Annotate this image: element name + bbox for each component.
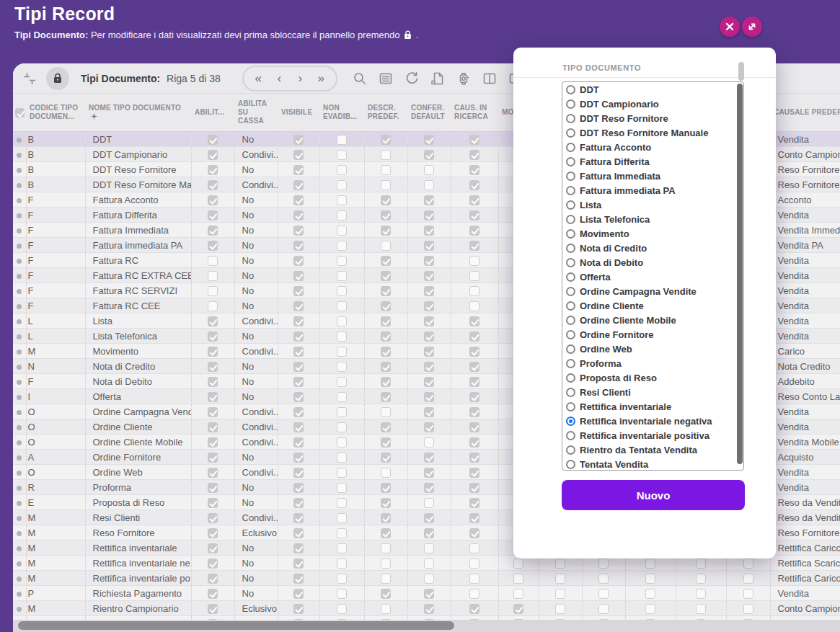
checkbox-descr-predef[interactable] xyxy=(381,422,391,432)
radio-button[interactable] xyxy=(566,359,575,368)
device-icon[interactable] xyxy=(456,71,472,86)
refresh-icon[interactable] xyxy=(404,71,420,86)
checkbox-hidden4[interactable] xyxy=(696,574,706,584)
radio-button[interactable] xyxy=(566,99,575,109)
checkbox-non-evadibile[interactable] xyxy=(337,377,347,387)
checkbox-hidden3[interactable] xyxy=(645,589,655,599)
radio-button[interactable] xyxy=(566,258,575,267)
checkbox-abilitato[interactable] xyxy=(208,286,218,296)
checkbox-visibile[interactable] xyxy=(293,256,304,266)
radio-button[interactable] xyxy=(566,215,575,224)
checkbox-visibile[interactable] xyxy=(293,195,304,205)
checkbox-abilitato[interactable] xyxy=(208,331,218,342)
row-selector-icon[interactable] xyxy=(17,228,22,233)
checkbox-visibile[interactable] xyxy=(293,453,304,463)
checkbox-non-evadibile[interactable] xyxy=(337,407,347,417)
row-selector-icon[interactable] xyxy=(17,168,22,173)
radio-button[interactable] xyxy=(566,272,575,282)
modal-expand-button[interactable] xyxy=(742,17,762,37)
previous-record-button[interactable]: ‹ xyxy=(269,68,290,89)
checkbox-abilitato[interactable] xyxy=(208,301,218,311)
checkbox-visibile[interactable] xyxy=(293,574,304,584)
checkbox-confer-default[interactable] xyxy=(424,574,434,584)
next-record-button[interactable]: › xyxy=(290,68,311,89)
checkbox-confer-default[interactable] xyxy=(424,210,434,221)
radio-button[interactable] xyxy=(566,402,575,411)
checkbox-visibile[interactable] xyxy=(293,226,304,236)
checkbox-confer-default[interactable] xyxy=(424,362,434,372)
checkbox-hidden5[interactable] xyxy=(743,558,753,569)
checkbox-abilitato[interactable] xyxy=(208,150,218,160)
checkbox-non-evadibile[interactable] xyxy=(337,135,347,145)
checkbox-confer-default[interactable] xyxy=(424,604,434,614)
radio-button[interactable] xyxy=(566,417,575,426)
checkbox-hidden2[interactable] xyxy=(598,574,609,584)
checkbox-caus-in-ricerca[interactable] xyxy=(469,422,479,432)
checkbox-abilitato[interactable] xyxy=(208,589,218,599)
row-selector-icon[interactable] xyxy=(17,607,22,612)
checkbox-mov[interactable] xyxy=(513,574,523,584)
document-type-option[interactable]: Fattura Differita xyxy=(562,154,743,169)
checkbox-visibile[interactable] xyxy=(293,135,304,145)
checkbox-non-evadibile[interactable] xyxy=(337,286,347,296)
checkbox-confer-default[interactable] xyxy=(424,286,434,296)
checkbox-non-evadibile[interactable] xyxy=(337,574,347,584)
row-selector-icon[interactable] xyxy=(17,440,22,445)
checkbox-confer-default[interactable] xyxy=(424,135,434,145)
checkbox-caus-in-ricerca[interactable] xyxy=(469,135,479,145)
checkbox-caus-in-ricerca[interactable] xyxy=(469,377,479,387)
checkbox-descr-predef[interactable] xyxy=(381,347,391,357)
checkbox-abilitato[interactable] xyxy=(208,574,218,584)
checkbox-confer-default[interactable] xyxy=(424,301,434,311)
row-selector-icon[interactable] xyxy=(17,274,22,279)
checkbox-abilitato[interactable] xyxy=(208,271,218,281)
checkbox-confer-default[interactable] xyxy=(424,271,434,281)
checkbox-visibile[interactable] xyxy=(293,165,304,175)
radio-button[interactable] xyxy=(566,172,575,181)
checkbox-descr-predef[interactable] xyxy=(381,483,391,493)
checkbox-confer-default[interactable] xyxy=(424,558,434,569)
checkbox-confer-default[interactable] xyxy=(424,241,434,251)
listbox-scrollbar-thumb[interactable] xyxy=(737,84,743,464)
document-type-option[interactable]: Ordine Cliente Mobile xyxy=(562,313,743,327)
checkbox-confer-default[interactable] xyxy=(424,453,434,463)
document-type-option[interactable]: Lista xyxy=(562,197,743,212)
row-selector-icon[interactable] xyxy=(17,395,22,400)
checkbox-descr-predef[interactable] xyxy=(381,407,391,417)
new-record-icon[interactable] xyxy=(430,71,446,86)
checkbox-caus-in-ricerca[interactable] xyxy=(469,150,479,160)
checkbox-abilitato[interactable] xyxy=(208,483,218,493)
checkbox-descr-predef[interactable] xyxy=(381,362,391,372)
checkbox-descr-predef[interactable] xyxy=(381,331,391,342)
checkbox-abilitato[interactable] xyxy=(208,165,218,175)
radio-button[interactable] xyxy=(566,301,575,311)
checkbox-non-evadibile[interactable] xyxy=(337,528,347,538)
checkbox-non-evadibile[interactable] xyxy=(337,483,347,493)
checkbox-caus-in-ricerca[interactable] xyxy=(469,180,479,190)
checkbox-descr-predef[interactable] xyxy=(381,316,391,326)
document-type-option[interactable]: Rientro da Tentata Vendita xyxy=(562,442,743,457)
row-selector-icon[interactable] xyxy=(17,546,22,551)
checkbox-confer-default[interactable] xyxy=(424,543,434,553)
checkbox-visibile[interactable] xyxy=(293,468,304,478)
checkbox-abilitato[interactable] xyxy=(208,377,218,387)
checkbox-confer-default[interactable] xyxy=(424,407,434,417)
checkbox-non-evadibile[interactable] xyxy=(337,195,347,205)
table-row[interactable]: PRichiesta PagamentoNoVendita xyxy=(13,586,840,601)
row-selector-icon[interactable] xyxy=(17,455,22,460)
checkbox-descr-predef[interactable] xyxy=(381,180,391,190)
checkbox-descr-predef[interactable] xyxy=(381,150,391,160)
document-type-option[interactable]: Lista Telefonica xyxy=(562,212,743,226)
checkbox-non-evadibile[interactable] xyxy=(337,543,347,553)
radio-button[interactable] xyxy=(566,431,575,440)
checkbox-abilitato[interactable] xyxy=(208,316,218,326)
search-icon[interactable] xyxy=(352,71,368,86)
checkbox-non-evadibile[interactable] xyxy=(337,513,347,523)
row-selector-icon[interactable] xyxy=(17,334,22,339)
checkbox-descr-predef[interactable] xyxy=(381,195,391,205)
radio-button[interactable] xyxy=(566,460,575,469)
checkbox-hidden1[interactable] xyxy=(555,589,565,599)
row-selector-icon[interactable] xyxy=(17,304,22,309)
radio-button[interactable] xyxy=(566,316,575,325)
checkbox-visibile[interactable] xyxy=(293,377,304,387)
